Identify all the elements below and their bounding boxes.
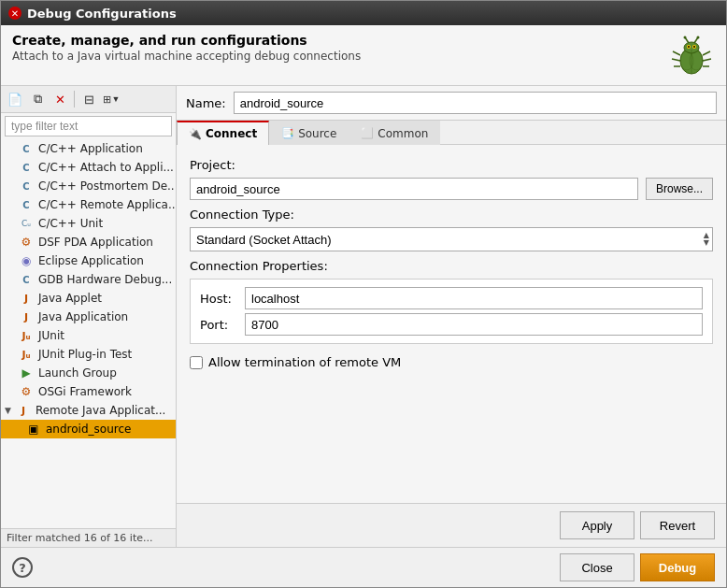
tree-item-android-source[interactable]: ▣ android_source	[1, 420, 176, 438]
help-button[interactable]: ?	[12, 557, 33, 578]
header-title: Create, manage, and run configurations	[12, 33, 361, 48]
filter-status: Filter matched 16 of 16 ite...	[1, 528, 176, 547]
connect-tab-icon: 🔌	[189, 128, 202, 140]
tree-item-label: DSF PDA Application	[38, 236, 153, 249]
svg-point-5	[693, 46, 695, 48]
project-label: Project:	[190, 158, 713, 172]
header-text: Create, manage, and run configurations A…	[12, 33, 361, 63]
tree-item-label: Java Application	[38, 310, 128, 323]
eclipse-icon: ◉	[20, 254, 33, 267]
cpp-attach-icon: C	[20, 161, 33, 174]
collapse-all-btn[interactable]: ⊟	[78, 89, 99, 109]
name-row: Name:	[177, 86, 726, 121]
form-area: Project: Browse... Connection Type: Stan…	[177, 145, 726, 503]
host-row: Host:	[200, 287, 703, 309]
tab-connect-label: Connect	[206, 127, 257, 140]
svg-line-11	[672, 59, 680, 61]
cpp-unit-icon: Cᵤ	[20, 217, 33, 230]
left-panel: 📄 ⧉ ✕ ⊟ ⊞▼ C C/C++ Application	[1, 86, 177, 547]
connection-type-select[interactable]: Standard (Socket Attach) Standard (Socke…	[190, 227, 713, 251]
project-row: Browse...	[190, 178, 713, 200]
tab-source[interactable]: 📑 Source	[269, 121, 349, 145]
tree-item-cpp-app[interactable]: C C/C++ Application	[1, 139, 176, 158]
name-label: Name:	[186, 96, 226, 110]
tree-item-junit-plugin[interactable]: Jᵤ JUnit Plug-in Test	[1, 345, 176, 364]
common-tab-icon: ⬜	[361, 127, 374, 139]
right-panel: Name: 🔌 Connect 📑 Source ⬜ Commo	[177, 86, 726, 547]
tree-item-label: android_source	[46, 423, 131, 436]
tree-item-cpp-unit[interactable]: Cᵤ C/C++ Unit	[1, 214, 176, 233]
tree-item-cpp-remote[interactable]: C C/C++ Remote Applica...	[1, 195, 176, 214]
gdb-icon: C	[20, 273, 33, 286]
filter-area	[1, 113, 176, 139]
host-input[interactable]	[245, 287, 703, 309]
left-toolbar: 📄 ⧉ ✕ ⊟ ⊞▼	[1, 86, 176, 113]
svg-line-10	[673, 51, 680, 55]
browse-button[interactable]: Browse...	[646, 178, 713, 200]
filter-input[interactable]	[5, 116, 172, 136]
port-input[interactable]	[245, 313, 703, 336]
apply-revert-bar: Apply Revert	[177, 503, 726, 547]
launch-group-icon: ▶	[20, 366, 33, 380]
tree-item-label: JUnit	[38, 329, 64, 342]
duplicate-config-btn[interactable]: ⧉	[27, 89, 48, 109]
tab-connect[interactable]: 🔌 Connect	[177, 121, 269, 145]
tree-item-label: C/C++ Unit	[38, 217, 103, 230]
remote-java-icon: J	[17, 404, 30, 417]
expand-all-btn[interactable]: ⊞▼	[101, 89, 121, 109]
tree-item-java-applet[interactable]: J Java Applet	[1, 289, 176, 308]
tree-item-cpp-attach[interactable]: C C/C++ Attach to Appli...	[1, 158, 176, 177]
tree-item-eclipse-app[interactable]: ◉ Eclipse Application	[1, 251, 176, 270]
tab-source-label: Source	[298, 127, 336, 140]
close-button[interactable]: ✕	[8, 7, 21, 20]
tabs-bar: 🔌 Connect 📑 Source ⬜ Common	[177, 121, 726, 145]
apply-button[interactable]: Apply	[560, 511, 634, 539]
junit-icon: Jᵤ	[20, 329, 33, 342]
tree-item-label: C/C++ Remote Applica...	[38, 198, 176, 211]
host-port-group: Host: Port:	[190, 279, 713, 344]
revert-button[interactable]: Revert	[640, 511, 715, 539]
toolbar-separator-1	[74, 91, 75, 108]
new-launch-config-btn[interactable]: 📄	[5, 89, 25, 109]
title-bar: ✕ Debug Configurations	[1, 1, 726, 25]
tree-item-cpp-postmortem[interactable]: C C/C++ Postmortem De...	[1, 177, 176, 195]
tree-item-gdb[interactable]: C GDB Hardware Debug...	[1, 270, 176, 289]
connection-type-label: Connection Type:	[190, 208, 713, 222]
tree-item-label: Eclipse Application	[38, 254, 144, 267]
source-tab-icon: 📑	[281, 127, 294, 139]
header-area: Create, manage, and run configurations A…	[1, 25, 726, 86]
port-row: Port:	[200, 313, 703, 336]
close-button[interactable]: Close	[560, 553, 634, 581]
tree-item-junit[interactable]: Jᵤ JUnit	[1, 326, 176, 345]
cpp-app-icon: C	[20, 142, 33, 155]
allow-termination-checkbox[interactable]	[190, 356, 203, 369]
name-input[interactable]	[234, 92, 717, 114]
tree-item-label: C/C++ Application	[38, 142, 143, 155]
header-subtitle: Attach to a Java virtual machine accepti…	[12, 50, 361, 63]
tree-item-java-app[interactable]: J Java Application	[1, 308, 176, 326]
expand-arrow: ▼	[5, 406, 11, 415]
port-label: Port:	[200, 318, 237, 332]
project-input[interactable]	[190, 178, 638, 200]
android-source-icon: ▣	[27, 423, 40, 436]
delete-config-btn[interactable]: ✕	[50, 89, 70, 109]
allow-termination-label[interactable]: Allow termination of remote VM	[208, 355, 401, 369]
tree-item-launch-group[interactable]: ▶ Launch Group	[1, 364, 176, 382]
svg-point-9	[697, 36, 700, 39]
svg-point-4	[688, 46, 690, 48]
tree-item-dsf-pda[interactable]: ⚙ DSF PDA Application	[1, 233, 176, 251]
footer-buttons: Close Debug	[560, 553, 715, 581]
tree-item-osgi[interactable]: ⚙ OSGi Framework	[1, 382, 176, 401]
svg-line-13	[703, 51, 710, 55]
tab-common[interactable]: ⬜ Common	[349, 121, 440, 145]
debug-button[interactable]: Debug	[640, 553, 715, 581]
tree-item-remote-java[interactable]: ▼ J Remote Java Applicat...	[1, 401, 176, 420]
tree-item-label: OSGi Framework	[38, 385, 132, 398]
window-title: Debug Configurations	[27, 7, 177, 21]
tree-item-label: JUnit Plug-in Test	[38, 348, 132, 361]
cpp-postmortem-icon: C	[20, 179, 33, 193]
connection-type-wrapper: Standard (Socket Attach) Standard (Socke…	[190, 227, 713, 251]
tree-item-label: Launch Group	[38, 366, 117, 380]
dsf-icon: ⚙	[20, 236, 33, 249]
conn-props-label: Connection Properties:	[190, 259, 713, 273]
